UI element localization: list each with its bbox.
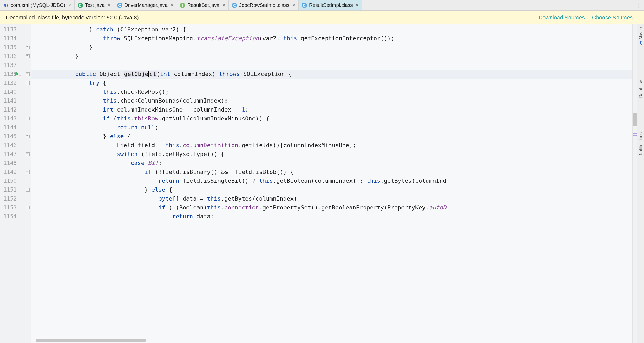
- fold-toggle-icon[interactable]: [26, 81, 30, 85]
- code-line[interactable]: throw SQLExceptionsMapping.translateExce…: [31, 34, 632, 43]
- code-line[interactable]: return data;: [31, 212, 632, 221]
- code-line[interactable]: if (this.thisRow.getNull(columnIndexMinu…: [31, 114, 632, 123]
- line-number[interactable]: 1138↑: [0, 70, 24, 79]
- line-number[interactable]: 1136: [0, 52, 24, 61]
- toolwindow-maven[interactable]: Maven: [639, 25, 643, 47]
- fold-cell[interactable]: [24, 159, 31, 168]
- line-number[interactable]: 1150: [0, 176, 24, 185]
- line-number[interactable]: 1133: [0, 25, 24, 34]
- code-line[interactable]: if (!field.isBinary() && !field.isBlob()…: [31, 168, 632, 176]
- toolwindow-notifications[interactable]: Notifications: [639, 131, 643, 157]
- fold-cell[interactable]: [24, 132, 31, 141]
- code-line[interactable]: } catch (CJException var2) {: [31, 25, 632, 34]
- fold-cell[interactable]: [24, 176, 31, 185]
- fold-cell[interactable]: [24, 52, 31, 61]
- line-number[interactable]: 1154: [0, 212, 24, 221]
- code-editor[interactable]: 113311341135113611371138↑113911401141114…: [0, 24, 644, 343]
- fold-cell[interactable]: [24, 185, 31, 194]
- fold-cell[interactable]: [24, 43, 31, 52]
- tabs-overflow-icon[interactable]: ⋮: [634, 0, 644, 10]
- code-line[interactable]: } else {: [31, 185, 632, 194]
- close-icon[interactable]: ×: [292, 3, 295, 8]
- fold-cell[interactable]: [24, 114, 31, 123]
- scroll-marker[interactable]: [633, 135, 637, 136]
- choose-sources-link[interactable]: Choose Sources…: [592, 14, 638, 21]
- fold-cell[interactable]: [24, 34, 31, 43]
- line-number[interactable]: 1146: [0, 141, 24, 150]
- gutter-run-marker-icon[interactable]: [15, 72, 18, 75]
- code-line[interactable]: switch (field.getMysqlType()) {: [31, 150, 632, 159]
- code-line[interactable]: this.checkColumnBounds(columnIndex);: [31, 96, 632, 105]
- fold-toggle-icon[interactable]: [26, 46, 30, 49]
- fold-cell[interactable]: [24, 105, 31, 114]
- line-number[interactable]: 1144: [0, 123, 24, 132]
- line-number[interactable]: 1152: [0, 194, 24, 203]
- fold-cell[interactable]: [24, 25, 31, 34]
- fold-cell[interactable]: [24, 87, 31, 96]
- line-number[interactable]: 1141: [0, 96, 24, 105]
- fold-column[interactable]: [24, 24, 31, 343]
- tab-resultsetimpl-class[interactable]: CResultSetImpl.class×: [299, 0, 362, 10]
- line-number[interactable]: 1134: [0, 34, 24, 43]
- line-number[interactable]: 1153: [0, 203, 24, 212]
- scroll-marker[interactable]: [633, 133, 637, 134]
- line-number[interactable]: 1139: [0, 79, 24, 87]
- tab-test-java[interactable]: CTest.java×: [75, 0, 114, 10]
- tab-jdbcrowsetimpl-class[interactable]: CJdbcRowSetImpl.class×: [229, 0, 299, 10]
- scrollbar-marker-strip[interactable]: [632, 24, 637, 343]
- fold-cell[interactable]: [24, 203, 31, 212]
- fold-cell[interactable]: [24, 194, 31, 203]
- fold-toggle-icon[interactable]: [26, 206, 30, 209]
- fold-cell[interactable]: [24, 141, 31, 150]
- close-icon[interactable]: ×: [171, 3, 174, 8]
- tab-pom-xml-mysql-jdbc-[interactable]: mpom.xml (MySQL-JDBC)×: [0, 0, 75, 10]
- tab-resultset-java[interactable]: IResultSet.java×: [177, 0, 229, 10]
- code-area[interactable]: } catch (CJException var2) { throw SQLEx…: [31, 24, 632, 343]
- fold-cell[interactable]: [24, 79, 31, 87]
- code-line[interactable]: if (!(Boolean)this.connection.getPropert…: [31, 203, 632, 212]
- h-scroll-thumb[interactable]: [36, 339, 146, 342]
- line-number[interactable]: 1137: [0, 61, 24, 70]
- fold-toggle-icon[interactable]: [26, 117, 30, 120]
- code-line[interactable]: int columnIndexMinusOne = columnIndex - …: [31, 105, 632, 114]
- fold-cell[interactable]: [24, 70, 31, 79]
- download-sources-link[interactable]: Download Sources: [538, 14, 585, 21]
- fold-cell[interactable]: [24, 61, 31, 70]
- close-icon[interactable]: ×: [356, 3, 359, 8]
- fold-cell[interactable]: [24, 212, 31, 221]
- code-line[interactable]: }: [31, 52, 632, 61]
- close-icon[interactable]: ×: [68, 3, 71, 8]
- fold-cell[interactable]: [24, 123, 31, 132]
- line-number[interactable]: 1151: [0, 185, 24, 194]
- close-icon[interactable]: ×: [108, 3, 111, 8]
- code-line[interactable]: case BIT:: [31, 159, 632, 168]
- line-number[interactable]: 1135: [0, 43, 24, 52]
- code-line[interactable]: return null;: [31, 123, 632, 132]
- line-number[interactable]: 1149: [0, 168, 24, 176]
- code-line[interactable]: try {: [31, 79, 632, 87]
- fold-toggle-icon[interactable]: [26, 170, 30, 174]
- code-line[interactable]: return field.isSingleBit() ? this.getBoo…: [31, 176, 632, 185]
- line-number[interactable]: 1142: [0, 105, 24, 114]
- fold-toggle-icon[interactable]: [26, 152, 30, 156]
- code-line[interactable]: this.checkRowPos();: [31, 87, 632, 96]
- line-number[interactable]: 1147: [0, 150, 24, 159]
- fold-toggle-icon[interactable]: [26, 54, 30, 58]
- line-number[interactable]: 1140: [0, 87, 24, 96]
- fold-cell[interactable]: [24, 168, 31, 176]
- fold-cell[interactable]: [24, 150, 31, 159]
- line-number[interactable]: 1148: [0, 159, 24, 168]
- code-line[interactable]: } else {: [31, 132, 632, 141]
- code-line[interactable]: [31, 61, 632, 70]
- line-number[interactable]: 1143: [0, 114, 24, 123]
- line-number[interactable]: 1145: [0, 132, 24, 141]
- horizontal-scrollbar[interactable]: [31, 339, 632, 342]
- fold-toggle-icon[interactable]: [26, 72, 30, 76]
- fold-cell[interactable]: [24, 96, 31, 105]
- toolwindow-database[interactable]: Database: [639, 78, 643, 99]
- v-scroll-thumb[interactable]: [633, 113, 637, 126]
- fold-toggle-icon[interactable]: [26, 188, 30, 192]
- fold-toggle-icon[interactable]: [26, 135, 30, 138]
- code-line[interactable]: public Object getObject(int columnIndex)…: [31, 70, 632, 79]
- code-line[interactable]: }: [31, 43, 632, 52]
